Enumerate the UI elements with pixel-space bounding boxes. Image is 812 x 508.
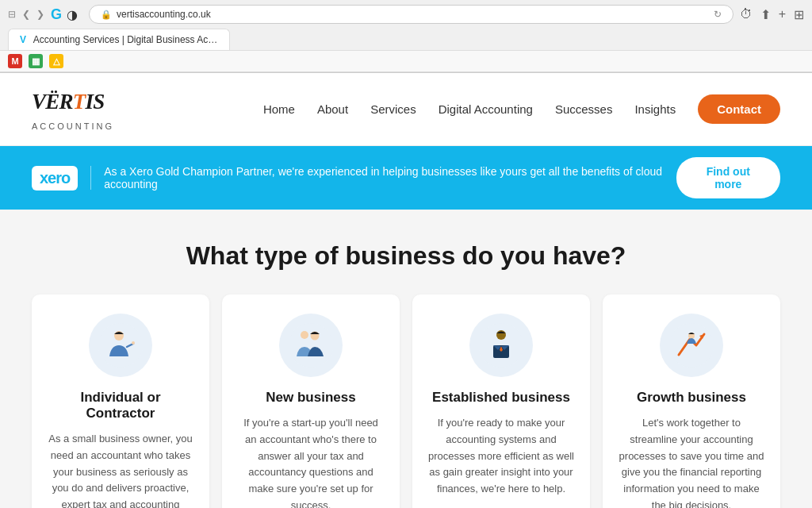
tab-title: Accounting Services | Digital Business A… — [33, 34, 230, 45]
drive-icon[interactable]: △ — [49, 54, 63, 68]
nav-digital-accounting[interactable]: Digital Accounting — [439, 102, 533, 116]
growth-illustration — [669, 323, 714, 368]
add-tab-icon[interactable]: + — [779, 7, 786, 21]
nav-successes[interactable]: Successes — [555, 102, 613, 116]
card-title-individual: Individual or Contractor — [48, 390, 193, 421]
card-new-business: New business If you're a start-up you'll… — [222, 294, 400, 508]
individual-illustration — [98, 323, 143, 368]
browser-chrome: ⊟ ❮ ❯ G ◑ 🔒 vertisaccounting.co.uk ↻ ⏱ ⬆… — [0, 0, 812, 73]
svg-text:VËRTIS: VËRTIS — [32, 90, 105, 114]
nav-about[interactable]: About — [317, 102, 348, 116]
established-illustration — [479, 323, 523, 368]
timer-icon[interactable]: ⏱ — [740, 7, 753, 21]
section-title: What type of business do you have? — [32, 241, 780, 271]
nav-services[interactable]: Services — [370, 102, 416, 116]
card-text-growth: Let's work together to streamline your a… — [619, 415, 764, 508]
xero-left: xero As a Xero Gold Champion Partner, we… — [32, 165, 676, 190]
card-title-growth: Growth business — [637, 390, 746, 406]
browser-nav-icons: G ◑ — [51, 6, 78, 23]
xero-text: As a Xero Gold Champion Partner, we're e… — [104, 165, 676, 190]
calendar-icon[interactable]: ▦ — [29, 54, 43, 68]
logo-text: VËRTIS — [32, 87, 127, 120]
lock-icon: 🔒 — [101, 10, 112, 20]
main-content: What type of business do you have? — [0, 210, 812, 508]
card-icon-new-business — [279, 314, 343, 377]
svg-point-3 — [132, 341, 135, 344]
svg-point-11 — [669, 323, 714, 368]
tab-bar: V Accounting Services | Digital Business… — [0, 29, 812, 51]
address-text: vertisaccounting.co.uk — [117, 9, 211, 20]
grid-icon[interactable]: ⊞ — [794, 7, 804, 22]
card-growth: Growth business Let's work together to s… — [603, 294, 780, 508]
card-icon-established — [469, 314, 533, 377]
browser-actions: ⏱ ⬆ + ⊞ — [740, 7, 804, 22]
gmail-icon[interactable]: M — [8, 54, 22, 68]
card-text-established: If you're ready to make your accounting … — [428, 415, 574, 508]
window-controls: ⊟ ❮ ❯ — [8, 9, 44, 20]
share-icon[interactable]: ⬆ — [760, 7, 771, 22]
cards-grid: Individual or Contractor As a small busi… — [32, 294, 780, 508]
xero-banner: xero As a Xero Gold Champion Partner, we… — [0, 146, 812, 210]
site-header: VËRTIS ACCOUNTING Home About Services Di… — [0, 73, 812, 146]
card-title-established: Established business — [432, 390, 570, 406]
svg-point-4 — [289, 323, 333, 368]
logo-sub: ACCOUNTING — [32, 121, 127, 131]
card-title-new-business: New business — [266, 390, 355, 406]
browser-icons-row: M ▦ △ — [0, 51, 812, 72]
nav-insights[interactable]: Insights — [634, 102, 676, 116]
site-logo: VËRTIS ACCOUNTING — [32, 87, 127, 131]
svg-point-5 — [301, 331, 308, 339]
card-text-new-business: If you're a start-up you'll need an acco… — [238, 415, 384, 508]
card-text-individual: As a small business owner, you need an a… — [48, 431, 193, 508]
xero-logo: xero — [32, 166, 78, 190]
logo-svg: VËRTIS — [32, 87, 127, 116]
xero-divider — [90, 166, 91, 190]
browser-toolbar: ⊟ ❮ ❯ G ◑ 🔒 vertisaccounting.co.uk ↻ ⏱ ⬆… — [0, 0, 812, 29]
contact-button[interactable]: Contact — [698, 94, 780, 124]
card-icon-individual — [89, 314, 152, 377]
address-bar[interactable]: 🔒 vertisaccounting.co.uk ↻ — [89, 5, 733, 24]
active-tab[interactable]: V Accounting Services | Digital Business… — [8, 29, 230, 50]
website: VËRTIS ACCOUNTING Home About Services Di… — [0, 73, 812, 508]
refresh-icon[interactable]: ↻ — [714, 9, 722, 20]
site-nav: Home About Services Digital Accounting S… — [263, 94, 780, 124]
xero-find-more-button[interactable]: Find out more — [676, 157, 780, 198]
svg-point-1 — [98, 323, 143, 368]
nav-home[interactable]: Home — [263, 102, 295, 116]
new-business-illustration — [289, 323, 333, 368]
card-individual: Individual or Contractor As a small busi… — [32, 294, 209, 508]
card-icon-growth — [660, 314, 723, 377]
card-established: Established business If you're ready to … — [412, 294, 590, 508]
